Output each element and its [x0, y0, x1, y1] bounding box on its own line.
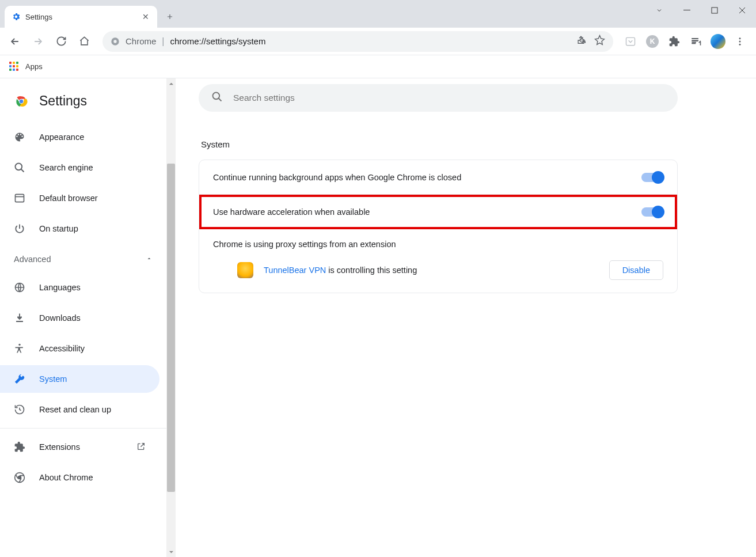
row-label: Chrome is using proxy settings from an e…	[213, 240, 663, 249]
svg-point-11	[739, 43, 741, 45]
titlebar: Settings ✕	[0, 0, 756, 28]
sidebar-item-downloads[interactable]: Downloads	[0, 304, 159, 332]
toggle-background-apps[interactable]	[641, 173, 663, 182]
toggle-hardware-acceleration[interactable]	[641, 207, 663, 217]
extensions-puzzle-icon[interactable]	[666, 33, 682, 50]
search-icon	[211, 91, 223, 105]
row-hardware-acceleration: Use hardware acceleration when available	[199, 195, 677, 229]
extension-link[interactable]: TunnelBear VPN	[264, 266, 326, 275]
sidebar-item-appearance[interactable]: Appearance	[0, 123, 159, 151]
tab-title: Settings	[25, 13, 136, 21]
sidebar-item-languages[interactable]: Languages	[0, 274, 159, 301]
proxy-extension-info: TunnelBear VPN is controlling this setti…	[213, 260, 663, 280]
window-close-button[interactable]	[728, 0, 756, 21]
row-label: Use hardware acceleration when available	[213, 207, 641, 217]
apps-label: Apps	[25, 62, 43, 71]
sidebar-item-label: On startup	[39, 224, 146, 233]
system-settings-card: Continue running background apps when Go…	[199, 160, 678, 293]
svg-rect-16	[16, 194, 24, 202]
reading-list-icon[interactable]	[688, 33, 704, 50]
row-proxy-settings: Chrome is using proxy settings from an e…	[199, 229, 677, 293]
search-icon	[14, 162, 25, 173]
window-chevron-button[interactable]	[645, 0, 673, 21]
window-maximize-button[interactable]	[701, 0, 728, 21]
new-tab-button[interactable]	[161, 7, 179, 26]
svg-point-3	[113, 40, 116, 43]
palette-icon	[14, 131, 25, 143]
browser-tab[interactable]: Settings ✕	[5, 6, 157, 28]
chrome-icon	[14, 472, 25, 483]
sidebar-item-extensions[interactable]: Extensions	[0, 433, 159, 461]
sidebar-item-label: Appearance	[39, 132, 146, 142]
wrench-icon	[14, 373, 25, 385]
browser-toolbar: Chrome | chrome://settings/system K	[0, 28, 756, 55]
apps-shortcut[interactable]: Apps	[9, 62, 43, 72]
window-controls	[645, 0, 756, 28]
scroll-down-arrow[interactable]	[166, 547, 176, 557]
sidebar-item-label: Downloads	[39, 313, 146, 323]
svg-point-19	[18, 344, 20, 346]
k-extension-icon[interactable]: K	[644, 33, 660, 50]
chevron-up-icon	[146, 255, 153, 264]
bookmark-star-icon[interactable]	[594, 35, 605, 48]
svg-point-9	[739, 37, 741, 39]
svg-point-22	[213, 93, 220, 100]
svg-point-15	[16, 164, 22, 170]
sidebar-item-label: Extensions	[39, 442, 123, 452]
sidebar-item-label: Languages	[39, 283, 146, 292]
row-label: Continue running background apps when Go…	[213, 173, 641, 182]
browser-icon	[14, 192, 25, 204]
row-background-apps: Continue running background apps when Go…	[199, 160, 677, 195]
reload-button[interactable]	[52, 32, 70, 51]
download-icon	[14, 312, 25, 324]
svg-rect-5	[626, 37, 635, 45]
share-icon[interactable]	[576, 35, 586, 48]
sidebar-item-default-browser[interactable]: Default browser	[0, 184, 159, 212]
sidebar-item-label: Accessibility	[39, 344, 146, 353]
disable-button[interactable]: Disable	[609, 260, 663, 280]
bookmarks-bar: Apps	[0, 55, 756, 78]
sidebar-item-accessibility[interactable]: Accessibility	[0, 335, 159, 362]
site-info-icon[interactable]	[111, 37, 120, 46]
section-title: System	[201, 139, 733, 149]
apps-grid-icon	[9, 62, 20, 72]
tab-close-button[interactable]: ✕	[141, 12, 150, 21]
settings-title: Settings	[39, 93, 87, 109]
settings-sidebar: Settings Appearance Search engine Defaul…	[0, 78, 166, 557]
sidebar-item-search-engine[interactable]: Search engine	[0, 154, 159, 181]
forward-button[interactable]	[29, 32, 47, 51]
sidebar-item-system[interactable]: System	[0, 365, 159, 393]
profile-avatar[interactable]	[710, 33, 726, 50]
divider	[0, 428, 166, 429]
sidebar-item-label: Search engine	[39, 163, 146, 172]
scroll-track[interactable]	[166, 89, 176, 547]
sidebar-item-on-startup[interactable]: On startup	[0, 215, 159, 242]
window-minimize-button[interactable]	[673, 0, 701, 21]
scroll-up-arrow[interactable]	[166, 78, 176, 89]
sidebar-scrollbar[interactable]	[166, 78, 176, 557]
svg-rect-8	[692, 43, 696, 44]
sidebar-item-label: Reset and clean up	[39, 405, 146, 414]
settings-header: Settings	[0, 84, 166, 120]
back-button[interactable]	[6, 32, 24, 51]
svg-rect-6	[692, 38, 698, 39]
sidebar-item-label: Default browser	[39, 194, 146, 203]
omnibox[interactable]: Chrome | chrome://settings/system	[102, 31, 613, 52]
omnibox-separator: |	[162, 36, 164, 47]
menu-dots-icon[interactable]	[732, 33, 748, 50]
home-button[interactable]	[75, 32, 93, 51]
search-input[interactable]	[233, 93, 665, 103]
sidebar-item-reset[interactable]: Reset and clean up	[0, 396, 159, 423]
sidebar-item-about-chrome[interactable]: About Chrome	[0, 464, 159, 491]
tunnelbear-icon	[237, 262, 253, 278]
power-icon	[14, 223, 25, 234]
svg-rect-0	[683, 10, 690, 10]
pocket-icon[interactable]	[622, 33, 639, 50]
scroll-thumb[interactable]	[167, 164, 175, 492]
extension-suffix: is controlling this setting	[326, 266, 417, 275]
search-settings[interactable]	[199, 84, 678, 112]
gear-icon	[12, 12, 21, 21]
advanced-label: Advanced	[14, 255, 51, 264]
sidebar-section-advanced[interactable]: Advanced	[0, 245, 166, 271]
svg-rect-7	[692, 40, 698, 41]
